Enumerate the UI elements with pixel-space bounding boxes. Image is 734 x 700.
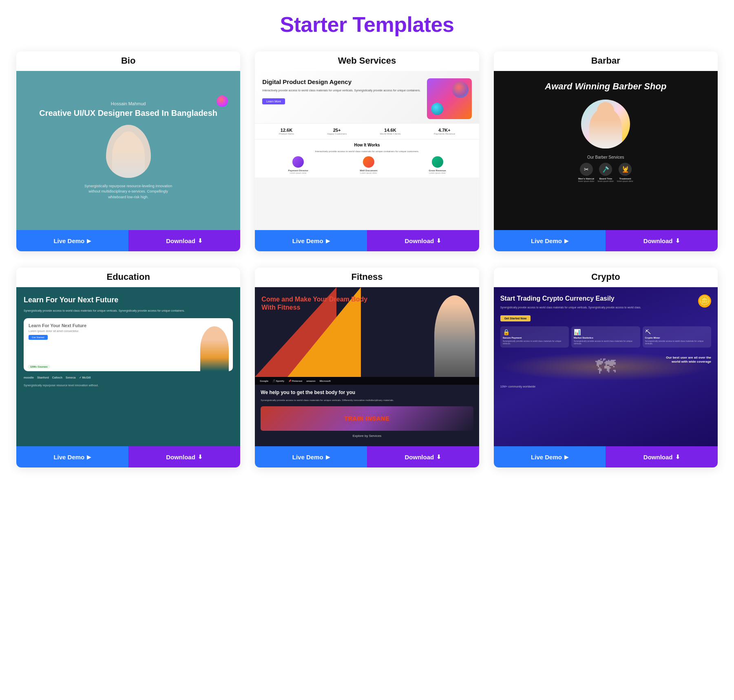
fit-hero: Come and Make Your Dream Body With Fitne…: [255, 287, 479, 377]
card-crypto: New Crypto Start Trading Crypto Currency…: [494, 268, 718, 467]
bio-title-wrapper: true Bio: [16, 51, 240, 71]
barbar-person-shape: [589, 108, 622, 148]
barbar-download-button[interactable]: Download ⬇: [606, 230, 718, 251]
fit-download-button[interactable]: Download ⬇: [367, 446, 479, 467]
ws-stats-row: 12.6K Product Items 25+ Happy Customers …: [255, 123, 479, 140]
fit-headline: Come and Make Your Dream Body With Fitne…: [261, 295, 367, 312]
crypto-users-count: 10M+: [500, 385, 508, 388]
ws-image-box: [427, 78, 472, 119]
crypto-card-title-2: Market Statistics: [574, 337, 637, 339]
barbar-demo-arrow-icon: ▶: [564, 238, 568, 244]
bio-preview: Hossain Mahmud Creative UI/UX Designer B…: [16, 71, 240, 230]
crypto-world-text: Our best user are all over the world wit…: [662, 356, 711, 364]
crypto-headline: Start Trading Crypto Currency Easily: [500, 295, 698, 303]
fit-bottom-img: TRAIN INSANE: [261, 406, 473, 431]
bio-live-demo-label: Live Demo: [53, 237, 84, 244]
barbar-service-sub-2: lorem ipsum dolor: [597, 180, 614, 182]
edu-brand-5: ✓ McGill: [79, 376, 91, 379]
edu-girl-shape: [200, 326, 229, 371]
ws-icons-row: Payment Director Lorem ipsum dolor Well …: [262, 156, 471, 174]
fit-section-title: We help you to get the best body for you: [261, 390, 473, 396]
card-fitness: Fitness Come and Make Your Dream Body Wi…: [255, 268, 479, 467]
crypto-card-actions: Live Demo ▶ Download ⬇: [494, 446, 718, 467]
fit-brands-row: Google 🎵 Spotify 📌 Pinterest amazon Micr…: [255, 377, 479, 385]
ws-download-label: Download: [405, 237, 434, 244]
crypto-card-icon-2: 📊: [574, 329, 637, 335]
ws-icon-document: Well Document Lorem ipsum dolor: [360, 156, 377, 174]
barbar-live-demo-button[interactable]: Live Demo ▶: [494, 230, 606, 251]
barbar-service-circle-3: 💆: [619, 163, 632, 176]
ws-stat3-val: 14.6K: [380, 128, 401, 133]
ws-download-icon: ⬇: [436, 237, 441, 244]
edu-download-button[interactable]: Download ⬇: [128, 446, 241, 467]
bio-desc: Synergistically repurpose resource-level…: [84, 184, 173, 200]
card-education: New Education Learn For Your Next Future…: [16, 268, 240, 467]
ws-stat-4: 4.7K+ Payments Revenue: [434, 128, 455, 135]
barbar-avatar-wrap: [581, 100, 630, 148]
barbar-service-name-3: Treatment: [617, 177, 633, 180]
crypto-card-desc-3: Synergistically provide access to world …: [645, 340, 709, 345]
ws-stat4-lbl: Payments Revenue: [434, 133, 455, 135]
edu-brand-3: Caltech: [52, 376, 62, 379]
edu-inner-card: Learn For Your Next Future Lorem ipsum d…: [24, 318, 233, 371]
barbar-live-demo-label: Live Demo: [531, 237, 562, 244]
bio-head-shape: [119, 131, 137, 149]
crypto-download-button[interactable]: Download ⬇: [606, 446, 718, 467]
fit-card-actions: Live Demo ▶ Download ⬇: [255, 446, 479, 467]
crypto-get-started-btn[interactable]: Get Started Now: [500, 315, 531, 321]
fit-live-demo-button[interactable]: Live Demo ▶: [255, 446, 367, 467]
edu-headline: Learn For Your Next Future: [24, 295, 233, 305]
ws-sub: Interactively provide access to world cl…: [262, 89, 421, 93]
edu-live-demo-label: Live Demo: [53, 454, 84, 461]
bio-name: Hossain Mahmud: [111, 101, 146, 106]
edu-preview: Learn For Your Next Future Synergistical…: [16, 287, 240, 446]
barbar-card-title: Barbar: [494, 51, 718, 71]
bio-live-demo-button[interactable]: Live Demo ▶: [16, 230, 128, 251]
ws-title-wrapper: Web Services: [255, 51, 479, 71]
ws-card-actions: Live Demo ▶ Download ⬇: [255, 230, 479, 251]
crypto-card-title: Crypto: [494, 268, 718, 287]
bio-avatar: [106, 125, 151, 178]
crypto-card-3: ⛏ Crypto Miner Synergistically provide a…: [643, 326, 711, 348]
edu-live-demo-button[interactable]: Live Demo ▶: [16, 446, 128, 467]
edu-download-icon: ⬇: [198, 454, 203, 460]
edu-demo-arrow-icon: ▶: [87, 454, 91, 460]
edu-download-label: Download: [166, 454, 195, 461]
ws-icon-revenue: Grow Revenue Lorem ipsum dolor: [429, 156, 446, 174]
crypto-coin-stack: 🪙: [698, 295, 711, 308]
ws-download-button[interactable]: Download ⬇: [367, 230, 479, 251]
bio-demo-arrow-icon: ▶: [87, 238, 91, 244]
ws-live-demo-button[interactable]: Live Demo ▶: [255, 230, 367, 251]
fit-body: We help you to get the best body for you…: [255, 385, 479, 443]
crypto-download-icon: ⬇: [675, 454, 680, 460]
ws-icon-circle-2: [363, 156, 374, 168]
barbar-title-wrapper: Barbar: [494, 51, 718, 71]
barbar-service-sub-1: lorem ipsum dolor: [578, 180, 595, 182]
card-web-services: Web Services Digital Product Design Agen…: [255, 51, 479, 251]
ws-icon-sub-2: Lorem ipsum dolor: [360, 172, 377, 174]
fit-bottom-text: TRAIN INSANE: [344, 415, 390, 422]
bio-card-title: Bio: [16, 51, 240, 71]
crypto-live-demo-button[interactable]: Live Demo ▶: [494, 446, 606, 467]
barbar-preview: Award Winning Barber Shop Our Barber Ser…: [494, 71, 718, 230]
edu-desc2: Synergistically repurpose resource level…: [24, 383, 233, 388]
fit-brand-google: Google: [260, 380, 268, 382]
barbar-services-title: Our Barber Services: [587, 155, 624, 159]
ws-stat4-val: 4.7K+: [434, 128, 455, 133]
bio-download-button[interactable]: Download ⬇: [128, 230, 241, 251]
crypto-cards-row: 🔒 Secure Payment Synergistically provide…: [500, 326, 711, 348]
barbar-head-shape: [597, 102, 614, 119]
crypto-live-demo-label: Live Demo: [531, 454, 562, 461]
bio-download-icon: ⬇: [198, 237, 203, 244]
fit-live-demo-label: Live Demo: [292, 454, 323, 461]
barbar-card-actions: Live Demo ▶ Download ⬇: [494, 230, 718, 251]
fit-brand-amazon: amazon: [306, 380, 315, 382]
edu-desc: Synergistically provide access to world …: [24, 309, 233, 313]
ws-how-section: How It Works Interactively provide acces…: [255, 140, 479, 177]
ws-how-desc: Interactively provide access to world cl…: [262, 150, 471, 153]
edu-brand-2: Stanford: [37, 376, 49, 379]
bio-headline: Creative UI/UX Designer Based In Banglad…: [39, 108, 217, 118]
page-title: Starter Templates: [16, 12, 718, 37]
fit-title-wrapper: Fitness: [255, 268, 479, 287]
crypto-card-icon-3: ⛏: [645, 329, 709, 335]
